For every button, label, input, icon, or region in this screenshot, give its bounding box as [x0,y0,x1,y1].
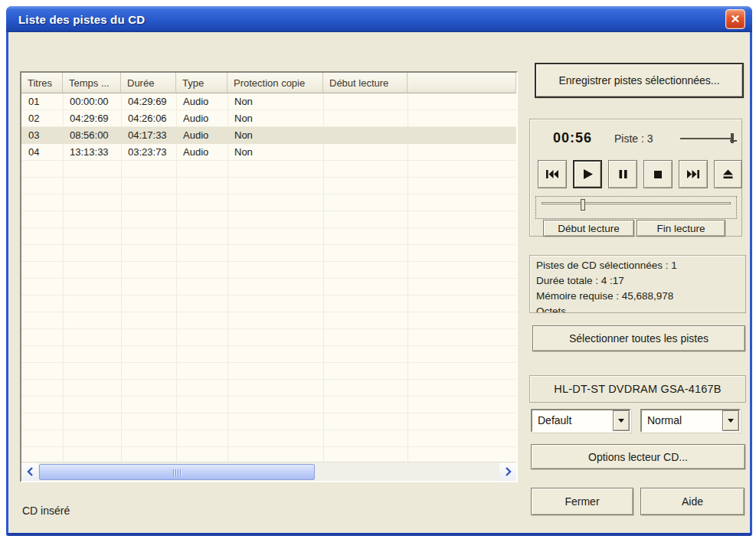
scroll-left-button[interactable] [21,463,38,481]
volume-slider-track [680,138,732,139]
cell-duree: 04:26:06 [121,110,176,127]
cell-type: Audio [176,127,227,144]
table-row[interactable]: 04 13:13:33 03:23:73 Audio Non [21,144,516,161]
pause-icon [618,169,628,179]
stop-icon [653,170,663,179]
cell-temps: 00:00:00 [63,93,121,110]
horizontal-scrollbar[interactable] [21,462,516,481]
stop-button[interactable] [643,160,673,188]
close-window-button[interactable]: ✕ [725,9,745,29]
cell-temps: 04:29:69 [63,110,121,127]
column-header-duree[interactable]: Durée [121,73,176,93]
play-icon [582,168,594,180]
scrollbar-track[interactable] [38,463,499,481]
seek-slider-track [542,202,731,204]
column-header-titres[interactable]: Titres [21,73,63,93]
drive-name-box: HL-DT-ST DVDRAM GSA-4167B [529,375,746,403]
mode-select[interactable]: Normal [640,409,741,433]
eject-button[interactable] [714,160,742,188]
column-header-temps[interactable]: Temps ... [63,73,121,93]
speed-select[interactable]: Default [531,409,631,433]
column-header-type[interactable]: Type [176,73,227,93]
mode-dropdown-button[interactable] [722,410,739,431]
track-list-header: Titres Temps ... Durée Type Protection c… [21,73,516,93]
chevron-down-icon [618,419,624,423]
cell-protection: Non [227,110,323,127]
cell-type: Audio [176,110,227,127]
next-track-button[interactable] [679,160,708,188]
column-header-debut[interactable]: Début lecture [323,73,407,93]
cell-type: Audio [176,93,227,110]
pause-button[interactable] [608,160,637,188]
cell-duree: 04:17:33 [121,127,176,144]
track-list: Titres Temps ... Durée Type Protection c… [20,71,518,482]
cell-protection: Non [227,127,323,144]
cell-titre: 02 [21,110,63,127]
cell-duree: 03:23:73 [121,144,176,161]
drive-name: HL-DT-ST DVDRAM GSA-4167B [554,383,721,395]
cell-protection: Non [227,93,323,110]
table-row-selected[interactable]: 03 08:56:00 04:17:33 Audio Non [21,127,516,144]
track-number-label: Piste : 3 [614,132,653,145]
chevron-right-icon [505,467,512,476]
cell-titre: 01 [21,93,63,110]
cell-protection: Non [227,144,323,161]
table-row[interactable]: 02 04:29:69 04:26:06 Audio Non [21,110,516,127]
select-all-tracks-button[interactable]: Sélectionner toutes les pistes [532,325,745,351]
scrollbar-grip [173,469,181,476]
cell-type: Audio [176,144,227,161]
previous-track-button[interactable] [538,160,567,188]
speed-dropdown-button[interactable] [613,410,630,431]
close-icon: ✕ [731,12,741,25]
cell-debut [323,144,407,161]
scroll-right-button[interactable] [499,463,516,481]
cell-titre: 03 [21,127,63,144]
chevron-left-icon [27,467,34,476]
cell-debut [323,93,407,110]
seek-slider-thumb[interactable] [581,199,585,211]
playback-start-button[interactable]: Début lecture [543,220,634,237]
memory-unit: Octets [536,304,745,313]
speed-selected-value: Default [538,414,571,426]
cell-temps: 13:13:33 [63,144,121,161]
cell-temps: 08:56:00 [63,127,121,144]
titlebar[interactable]: Liste des pistes du CD [6,6,752,32]
close-button[interactable]: Fermer [531,488,633,515]
mode-selected-value: Normal [647,414,682,426]
total-duration: Durée totale : 4 :17 [536,273,745,289]
eject-icon [722,169,734,179]
volume-slider[interactable] [680,132,737,145]
help-button[interactable]: Aide [640,488,745,515]
save-selected-tracks-button[interactable]: Enregistrer pistes sélectionnées... [535,63,744,98]
track-list-body: 01 00:00:00 04:29:69 Audio Non 02 04:29:… [21,93,516,462]
selected-tracks-count: Pistes de CD sélectionnées : 1 [536,258,745,273]
table-row[interactable]: 01 00:00:00 04:29:69 Audio Non [21,93,516,110]
cd-drive-options-button[interactable]: Options lecteur CD... [531,444,745,469]
volume-slider-thumb[interactable] [731,133,734,143]
selection-info-box: Pistes de CD sélectionnées : 1 Durée tot… [529,255,746,313]
play-button[interactable] [573,160,602,188]
skip-forward-icon [686,169,700,179]
column-header-protection[interactable]: Protection copie [227,73,323,93]
cell-duree: 04:29:69 [121,93,176,110]
scrollbar-thumb[interactable] [39,464,315,480]
volume-slider-thumb-foot [730,140,737,142]
skip-back-icon [545,169,559,179]
status-text: CD inséré [22,505,70,517]
cd-track-list-dialog: Liste des pistes du CD ✕ Titres Temps ..… [6,6,752,536]
cd-player-panel: 00:56 Piste : 3 [529,119,742,237]
cell-debut [323,110,407,127]
memory-required: Mémoire requise : 45,688,978 [536,289,745,304]
seek-slider[interactable] [535,196,737,219]
column-header-filler [407,73,516,93]
chevron-down-icon [728,419,734,423]
cell-titre: 04 [21,144,63,161]
playback-time: 00:56 [553,130,592,146]
cell-debut [323,127,407,144]
window-title: Liste des pistes du CD [6,13,145,26]
playback-end-button[interactable]: Fin lecture [637,220,725,237]
